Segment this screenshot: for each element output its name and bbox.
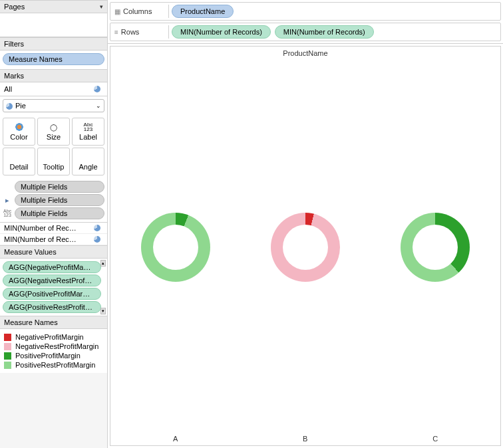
label-icon: Abc123 (74, 122, 102, 132)
measure-values-shelf[interactable]: AGG(NegativeProfitMa… AGG(NegativeRestPr… (0, 259, 107, 316)
legend-label: NegativeRestProfitMargin (15, 342, 98, 350)
marks-all-label: All (4, 85, 12, 93)
filters-shelf[interactable]: Measure Names (0, 51, 107, 69)
viz-title: ProductName (110, 47, 500, 60)
measure-names-label: Measure Names (4, 318, 58, 326)
donut-chart[interactable] (271, 213, 340, 282)
rows-pill[interactable]: MIN(Number of Records) (172, 25, 271, 39)
mark-detail-button[interactable]: Detail (3, 148, 35, 175)
donut-charts (110, 65, 500, 429)
x-axis-tick: B (303, 435, 307, 443)
filters-header[interactable]: Filters (0, 37, 107, 51)
marks-label: Marks (4, 72, 24, 80)
measure-value-pill[interactable]: AGG(PositiveProfitMar… (3, 288, 101, 300)
measure-shelf-label: MIN(Number of Rec… (4, 235, 91, 243)
measure-shelf: MIN(Number of Rec… MIN(Number of Rec… (0, 222, 107, 245)
legend-item[interactable]: NegativeProfitMargin (4, 333, 103, 341)
x-axis-tick: C (432, 435, 438, 443)
assigned-pill[interactable]: Multiple Fields (15, 181, 104, 193)
mark-color-button[interactable]: Color (3, 118, 35, 146)
assigned-pill[interactable]: Multiple Fields (15, 194, 104, 206)
measure-shelf-row[interactable]: MIN(Number of Rec… (0, 223, 107, 234)
marks-all-row[interactable]: All (0, 82, 107, 96)
assigned-color-row[interactable]: Multiple Fields (3, 181, 104, 193)
scroll-down-icon[interactable]: ▾ (100, 308, 106, 314)
legend-label: PositiveRestProfitMargin (15, 361, 95, 369)
mark-tooltip-label: Tooltip (43, 163, 65, 171)
size-icon: ◯ (39, 122, 68, 132)
tooltip-icon (39, 152, 68, 162)
mark-color-label: Color (10, 133, 27, 141)
shelves: ▦ Columns ProductName ≡ Rows MIN(Number … (108, 0, 503, 44)
donut-chart[interactable] (141, 213, 210, 282)
color-legend: NegativeProfitMargin NegativeRestProfitM… (0, 329, 107, 373)
columns-label: Columns (123, 7, 152, 15)
columns-shelf[interactable]: ▦ Columns ProductName (110, 2, 501, 21)
x-axis: ABC (110, 435, 500, 443)
mark-size-label: Size (47, 133, 61, 141)
label-assign-icon: Abc123 (3, 209, 12, 217)
mark-type-select[interactable]: Pie ⌄ (3, 99, 104, 112)
chevron-down-icon: ⌄ (96, 102, 101, 109)
assigned-pill[interactable]: Multiple Fields (15, 207, 104, 219)
pie-mini-icon (94, 86, 100, 92)
marks-assigned-fields: Multiple Fields ▸ Multiple Fields Abc123… (0, 178, 107, 222)
legend-item[interactable]: NegativeRestProfitMargin (4, 342, 103, 350)
legend-item[interactable]: PositiveRestProfitMargin (4, 361, 103, 369)
assigned-label-row[interactable]: Abc123 Multiple Fields (3, 207, 104, 219)
pie-mini-icon (94, 225, 100, 231)
legend-swatch-icon (4, 352, 11, 360)
pages-label: Pages (4, 3, 25, 11)
assigned-detail-row[interactable]: ▸ Multiple Fields (3, 194, 104, 206)
legend-swatch-icon (4, 334, 11, 341)
mark-angle-label: Angle (79, 163, 97, 171)
legend-swatch-icon (4, 343, 11, 350)
mark-tooltip-button[interactable]: Tooltip (37, 148, 70, 175)
pages-shelf[interactable] (0, 13, 107, 37)
legend-item[interactable]: PositiveProfitMargin (4, 352, 103, 360)
scroll-up-icon[interactable]: ▴ (100, 260, 106, 267)
mark-type-value: Pie (15, 102, 26, 110)
measure-value-pill[interactable]: AGG(PositiveRestProfit… (3, 301, 101, 313)
marks-properties-grid: Color ◯ Size Abc123 Label Detail Tooltip… (0, 115, 107, 178)
measure-values-label: Measure Values (4, 248, 57, 256)
color-icon (15, 123, 23, 131)
filter-pill-measure-names[interactable]: Measure Names (3, 53, 104, 65)
measure-names-header[interactable]: Measure Names (0, 316, 107, 329)
detail-assign-icon: ▸ (3, 196, 12, 205)
mark-size-button[interactable]: ◯ Size (37, 118, 70, 146)
pie-icon (6, 103, 13, 110)
measure-value-pill[interactable]: AGG(NegativeRestProf… (3, 275, 101, 286)
pie-mini-icon (94, 236, 100, 243)
mark-label-label: Label (79, 133, 97, 141)
measure-values-header[interactable]: Measure Values (0, 245, 107, 259)
measure-shelf-label: MIN(Number of Rec… (4, 224, 91, 232)
x-axis-tick: A (173, 435, 178, 443)
visualization-canvas[interactable]: ProductName ABC (110, 46, 501, 446)
rows-pill[interactable]: MIN(Number of Records) (275, 25, 374, 39)
detail-icon (5, 152, 33, 162)
legend-label: NegativeProfitMargin (15, 333, 84, 341)
columns-pill[interactable]: ProductName (172, 5, 234, 18)
measure-value-pill[interactable]: AGG(NegativeProfitMa… (3, 261, 101, 273)
mark-detail-label: Detail (9, 163, 28, 171)
scrollbar[interactable]: ▴ ▾ (100, 260, 106, 314)
marks-header[interactable]: Marks (0, 69, 107, 82)
rows-shelf[interactable]: ≡ Rows MIN(Number of Records) MIN(Number… (110, 23, 501, 41)
sidebar: Pages ▾ Filters Measure Names Marks All … (0, 0, 108, 448)
main-area: ▦ Columns ProductName ≡ Rows MIN(Number … (108, 0, 503, 448)
mark-angle-button[interactable]: Angle (72, 148, 104, 175)
legend-swatch-icon (4, 362, 11, 369)
donut-chart[interactable] (401, 213, 470, 282)
dropdown-arrow-icon[interactable]: ▾ (100, 3, 103, 10)
columns-icon: ▦ (114, 8, 120, 15)
rows-icon: ≡ (114, 29, 118, 36)
mark-label-button[interactable]: Abc123 Label (72, 118, 104, 146)
legend-label: PositiveProfitMargin (15, 352, 81, 360)
measure-shelf-row[interactable]: MIN(Number of Rec… (0, 234, 107, 245)
filters-label: Filters (4, 40, 24, 48)
angle-icon (74, 152, 102, 162)
rows-label: Rows (121, 28, 140, 36)
pages-header[interactable]: Pages ▾ (0, 0, 107, 13)
